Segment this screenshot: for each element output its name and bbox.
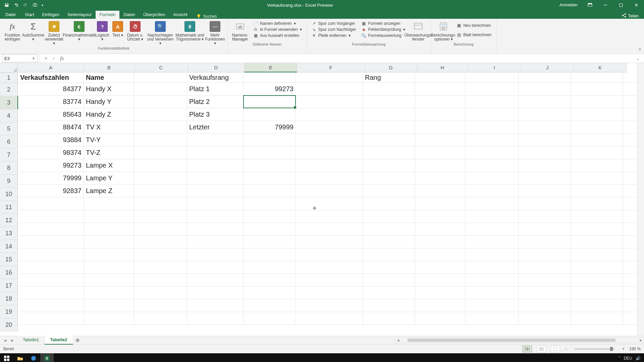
ribbon-display-icon[interactable]	[582, 0, 598, 10]
sign-in-link[interactable]: Anmelden	[555, 3, 582, 7]
zoom-level[interactable]: 190 %	[629, 347, 641, 351]
cell-A7[interactable]: 98374	[18, 146, 84, 159]
name-manager-button[interactable]: abNamens-Manager	[230, 20, 251, 41]
row-header-2[interactable]: 2	[0, 83, 18, 96]
zoom-in-button[interactable]: +	[622, 347, 625, 351]
redo-icon[interactable]	[21, 0, 30, 10]
sheet-nav-prev-icon[interactable]: ◄	[1, 338, 9, 343]
formula-input[interactable]	[66, 55, 634, 62]
calculation-options-button[interactable]: Berechnungs-optionen ▾	[433, 20, 454, 41]
row-header-6[interactable]: 6	[0, 135, 18, 148]
create-from-selection-button[interactable]: ▦Aus Auswahl erstellen	[253, 33, 302, 38]
tab-ansicht[interactable]: Ansicht	[169, 11, 192, 19]
cell-B2[interactable]: Handy X	[84, 83, 134, 96]
cell-E5[interactable]: 79999	[244, 121, 296, 134]
page-layout-view-button[interactable]	[537, 346, 546, 352]
start-button[interactable]	[0, 353, 13, 362]
excel-taskbar-icon[interactable]: X	[40, 353, 54, 362]
row-header-7[interactable]: 7	[0, 148, 18, 162]
new-sheet-button[interactable]: ⊕	[73, 337, 83, 343]
cell-B3[interactable]: Handy Y	[84, 96, 134, 108]
insert-function-button[interactable]: fxFunktioneinfügen	[2, 20, 23, 41]
cell-A10[interactable]: 92837	[18, 185, 84, 197]
row-header-15[interactable]: 15	[0, 253, 18, 266]
math-trig-button[interactable]: θMathematik undTrigonometrie ▾	[175, 20, 205, 41]
edge-icon[interactable]	[27, 353, 40, 362]
evaluate-formula-button[interactable]: 🔍Formelauswertung	[361, 33, 405, 38]
sheet-tab-tabelle1[interactable]: Tabelle1	[17, 336, 45, 344]
tab-formeln[interactable]: Formeln	[96, 11, 120, 19]
row-header-1[interactable]: 1	[0, 73, 18, 83]
row-header-11[interactable]: 11	[0, 201, 18, 214]
tell-me-search[interactable]: 💡 Suchen	[192, 14, 222, 19]
recently-used-button[interactable]: ★Zuletztverwendet ▾	[44, 20, 64, 45]
cell-G1[interactable]: Rang	[363, 73, 415, 83]
tab-einfügen[interactable]: Einfügen	[38, 11, 63, 19]
collapse-ribbon-icon[interactable]: ᐱ	[639, 47, 641, 52]
col-header-F[interactable]: F	[297, 63, 365, 72]
cell-A6[interactable]: 93884	[18, 134, 84, 146]
file-explorer-icon[interactable]	[13, 353, 27, 362]
row-header-10[interactable]: 10	[0, 188, 18, 201]
cell-A2[interactable]: 84377	[18, 83, 84, 96]
cell-E2[interactable]: 99273	[244, 83, 296, 96]
chevron-down-icon[interactable]: ▼	[32, 57, 35, 60]
row-header-17[interactable]: 17	[0, 279, 18, 292]
cell-D5[interactable]: Letzter	[187, 121, 244, 134]
minimize-icon[interactable]	[598, 0, 613, 10]
row-header-9[interactable]: 9	[0, 175, 18, 188]
more-functions-button[interactable]: ⋯MehrFunktionen ▾	[205, 20, 225, 45]
cell-A8[interactable]: 99273	[18, 159, 84, 172]
calculate-sheet-button[interactable]: ▤Blatt berechnen	[457, 33, 491, 37]
col-header-J[interactable]: J	[521, 63, 574, 72]
cell-B1[interactable]: Name	[84, 73, 134, 83]
trace-dependents-button[interactable]: ↘Spur zum Nachfolger	[312, 27, 356, 32]
cell-D2[interactable]: Platz 1	[187, 83, 244, 96]
tray-volume-icon[interactable]: 🔊	[636, 356, 641, 361]
row-header-13[interactable]: 13	[0, 227, 18, 240]
row-header-12[interactable]: 12	[0, 214, 18, 227]
zoom-slider[interactable]	[575, 348, 615, 350]
col-header-G[interactable]: G	[365, 63, 417, 72]
tab-start[interactable]: Start	[21, 11, 38, 19]
expand-formula-bar-icon[interactable]: ⌄	[634, 56, 642, 61]
autosum-button[interactable]: ΣAutoSumme▾	[23, 20, 44, 41]
camera-icon[interactable]	[30, 0, 40, 10]
text-button[interactable]: AText ▾	[111, 20, 125, 37]
sheet-nav-next-icon[interactable]: ►	[9, 338, 16, 343]
cell-B4[interactable]: Handy Z	[84, 108, 134, 121]
normal-view-button[interactable]	[523, 346, 532, 352]
tab-daten[interactable]: Daten	[119, 11, 139, 19]
row-header-16[interactable]: 16	[0, 266, 18, 279]
tray-chevron-icon[interactable]: ˄	[619, 356, 621, 361]
tab-überprüfen[interactable]: Überprüfen	[139, 11, 169, 19]
logical-button[interactable]: ?Logisch ▾	[94, 20, 111, 41]
tab-file[interactable]: Datei	[0, 11, 21, 19]
cell-A5[interactable]: 88474	[18, 121, 84, 134]
row-header-20[interactable]: 20	[0, 318, 18, 331]
cell-B9[interactable]: Lampe Y	[84, 172, 134, 185]
row-header-5[interactable]: 5	[0, 122, 18, 135]
save-icon[interactable]	[2, 0, 11, 10]
col-header-B[interactable]: B	[84, 63, 135, 72]
cell-A1[interactable]: Verkaufszahlen	[18, 73, 84, 83]
error-checking-button[interactable]: ◆Fehlerüberprüfung ▾	[361, 27, 405, 32]
col-header-E[interactable]: E	[245, 63, 297, 72]
cell-D1[interactable]: Verkaufsrang	[187, 73, 244, 83]
col-header-H[interactable]: H	[417, 63, 468, 72]
row-header-19[interactable]: 19	[0, 305, 18, 318]
tray-lang[interactable]: DEU	[624, 356, 632, 361]
spreadsheet-grid[interactable]: ABCDEFGHIJK 1234567891011121314151617181…	[0, 63, 644, 336]
row-header-8[interactable]: 8	[0, 162, 18, 175]
calculate-now-button[interactable]: ▦Neu berechnen	[457, 23, 491, 28]
horizontal-scrollbar[interactable]: ◄►	[395, 338, 644, 343]
financial-button[interactable]: €Finanzmathematik ▾	[64, 20, 94, 41]
cancel-formula-icon[interactable]: ✕	[42, 56, 50, 61]
lookup-button[interactable]: 🔍Nachschlagenund Verweisen ▾	[146, 20, 175, 45]
maximize-icon[interactable]	[613, 0, 629, 10]
row-header-3[interactable]: 3	[0, 96, 18, 109]
row-header-18[interactable]: 18	[0, 292, 18, 305]
tab-seitenlayout[interactable]: Seitenlayout	[63, 11, 96, 19]
col-header-A[interactable]: A	[18, 63, 84, 72]
cell-B6[interactable]: TV-Y	[84, 134, 134, 146]
